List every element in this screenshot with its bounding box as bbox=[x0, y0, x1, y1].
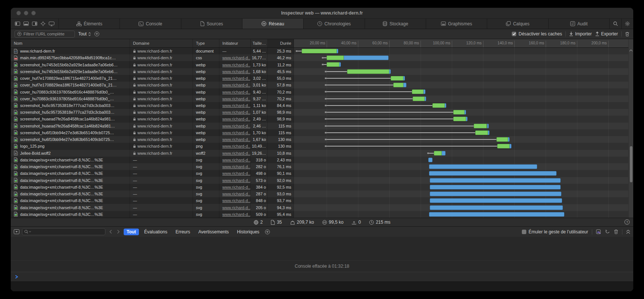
export-button[interactable]: Exporter bbox=[595, 31, 618, 37]
tab-sources[interactable]: Sources bbox=[181, 19, 242, 29]
initiator-link[interactable]: www.richard-d… bbox=[222, 158, 251, 162]
clear-network-items-button[interactable] bbox=[625, 32, 629, 37]
network-row[interactable]: data:image/svg+xml;charset=utf-8,%3C…%3E… bbox=[11, 170, 294, 177]
console-filter-options-button[interactable] bbox=[265, 229, 270, 235]
scroll-up-icon[interactable] bbox=[629, 49, 633, 52]
initiator-link[interactable]: www.richard-d… bbox=[222, 110, 251, 114]
vertical-scrollbar[interactable] bbox=[628, 39, 633, 218]
tab-timelines[interactable]: Chronologies bbox=[304, 19, 365, 29]
network-row[interactable]: cover_hu70883c936197805bd916c4488876d0b0… bbox=[11, 88, 294, 95]
dock-left-icon[interactable] bbox=[15, 22, 20, 26]
initiator-link[interactable]: www.richard-d… bbox=[222, 205, 251, 210]
initiator-link[interactable]: www.richard-d… bbox=[222, 83, 251, 87]
initiator-link[interactable]: www.richard-d… bbox=[222, 212, 251, 217]
device-settings-icon[interactable] bbox=[49, 22, 54, 26]
network-row[interactable]: www.richard-dern.frwww.richard-dern.frdo… bbox=[11, 48, 294, 54]
network-row[interactable]: screenshot_huaead7fe26a8458fcac1a46b824a… bbox=[11, 123, 294, 129]
initiator-link[interactable]: www.richard-d… bbox=[222, 76, 251, 81]
network-row[interactable]: data:image/svg+xml;charset=utf-8,%3C…%3E… bbox=[11, 177, 294, 183]
clear-console-button[interactable] bbox=[614, 229, 618, 234]
network-row[interactable]: screenshot_hu5c957353818e777ca27d3c3cba0… bbox=[11, 109, 294, 116]
column-header-domain[interactable]: Domaine bbox=[130, 39, 193, 47]
network-row[interactable]: AJellee-Bold.woff2www.richard-dern.frwof… bbox=[11, 150, 294, 157]
tab-console[interactable]: Console bbox=[120, 19, 181, 29]
network-row[interactable]: data:image/svg+xml;charset=utf-8,%3C…%3E… bbox=[11, 163, 294, 170]
minimize-window-button[interactable] bbox=[24, 11, 28, 15]
element-picker-icon[interactable] bbox=[41, 21, 45, 26]
initiator-link[interactable]: www.richard-d… bbox=[222, 144, 251, 148]
console-prompt[interactable] bbox=[11, 272, 633, 281]
console-filter-évaluations[interactable]: Évaluations bbox=[141, 229, 170, 235]
initiator-link[interactable]: www.richard-d… bbox=[222, 56, 251, 60]
dock-right-icon[interactable] bbox=[32, 22, 37, 26]
tab-graphics[interactable]: Graphismes bbox=[426, 19, 487, 29]
initiator-link[interactable]: www.richard-d… bbox=[222, 90, 251, 94]
initiator-link[interactable]: www.richard-d… bbox=[222, 130, 251, 135]
help-button[interactable]: ? bbox=[624, 219, 630, 225]
network-row[interactable]: data:image/svg+xml;charset=utf-8,%3C…%3E… bbox=[11, 204, 294, 211]
tab-storage[interactable]: Stockage bbox=[365, 19, 426, 29]
column-header-initiator[interactable]: Initiateur bbox=[219, 39, 251, 47]
dock-bottom-icon[interactable] bbox=[23, 22, 29, 26]
next-result-button[interactable] bbox=[116, 230, 121, 234]
tab-audit[interactable]: Audit bbox=[549, 19, 610, 29]
network-row[interactable]: data:image/svg+xml;charset=utf-8,%3C…%3E… bbox=[11, 184, 294, 191]
filter-options-button[interactable] bbox=[94, 31, 99, 37]
initiator-link[interactable]: www.richard-d… bbox=[222, 69, 251, 74]
initiator-link[interactable]: www.richard-d… bbox=[222, 198, 251, 203]
initiator-link[interactable]: www.richard-d… bbox=[222, 124, 251, 128]
console-filter-historiques[interactable]: Historiques bbox=[234, 229, 262, 235]
disable-caches-checkbox[interactable]: Désactiver les caches bbox=[512, 31, 562, 37]
javascript-context-icon[interactable]: JS bbox=[596, 229, 601, 235]
console-filter-tout[interactable]: Tout bbox=[124, 229, 139, 235]
close-window-button[interactable] bbox=[16, 11, 21, 15]
initiator-link[interactable]: www.richard-d… bbox=[222, 103, 251, 108]
network-row[interactable]: screenshot_hu6f10bb94e27e3d63b651409cb07… bbox=[11, 129, 294, 136]
network-row[interactable]: logo_125.pngwww.richard-dern.frpngwww.ri… bbox=[11, 143, 294, 150]
column-header-duration[interactable]: Durée bbox=[268, 39, 294, 47]
console-filter-avertissements[interactable]: Avertissements bbox=[196, 229, 232, 235]
network-row[interactable]: screenshot_hu7453d15b6b2a929e1adaa8e7a06… bbox=[11, 61, 294, 68]
network-row[interactable]: screenshot_hu7453d15b6b2a929e1adaa8e7a06… bbox=[11, 68, 294, 75]
network-row[interactable]: cover_huf7e1708829ea18f6715e48271400e87a… bbox=[11, 82, 294, 88]
network-row[interactable]: data:image/svg+xml;charset=utf-8,%3C…%3E… bbox=[11, 157, 294, 163]
network-row[interactable]: cover_hu70883c936197805bd916c4488876d0b0… bbox=[11, 95, 294, 102]
network-row[interactable]: screenshot_huaead7fe26a8458fcac1a46b824a… bbox=[11, 116, 294, 122]
network-row[interactable]: cover_huf7e1708829ea18f6715e48271400e87a… bbox=[11, 75, 294, 82]
scrollbar-thumb[interactable] bbox=[630, 146, 632, 182]
initiator-link[interactable]: www.richard-d… bbox=[222, 137, 251, 142]
expand-console-icon[interactable] bbox=[626, 230, 630, 234]
url-filter-input[interactable]: Filtrer l’URL complète bbox=[15, 31, 75, 38]
zoom-window-button[interactable] bbox=[31, 11, 36, 15]
network-row[interactable]: screenshot_hu6f10bb94e27e3d63b651409cb07… bbox=[11, 136, 294, 143]
network-row[interactable]: cssmain.min.d9924575ec0bba420589a48d5190… bbox=[11, 54, 294, 61]
search-button[interactable] bbox=[610, 19, 622, 29]
console-filter-erreurs[interactable]: Erreurs bbox=[172, 229, 193, 235]
initiator-link[interactable]: www.richard-d… bbox=[222, 171, 251, 176]
console-search-input[interactable] bbox=[22, 228, 105, 235]
initiator-link[interactable]: www.richard-d… bbox=[222, 97, 251, 101]
resource-type-select[interactable]: Tout bbox=[78, 31, 91, 37]
tab-layers[interactable]: Calques bbox=[487, 19, 548, 29]
network-row[interactable]: data:image/svg+xml;charset=utf-8,%3C…%3E… bbox=[11, 191, 294, 197]
import-button[interactable]: Importer bbox=[569, 31, 592, 37]
network-row[interactable]: data:image/svg+xml;charset=utf-8,%3C…%3E… bbox=[11, 197, 294, 204]
initiator-link[interactable]: www.richard-d… bbox=[222, 192, 251, 196]
initiator-link[interactable]: www.richard-d… bbox=[222, 178, 251, 183]
column-header-type[interactable]: Type bbox=[193, 39, 219, 47]
emulate-user-gesture-checkbox[interactable]: Émuler le geste de l’utilisateur bbox=[522, 229, 588, 235]
initiator-link[interactable]: www.richard-d… bbox=[222, 164, 251, 169]
previous-result-button[interactable] bbox=[108, 230, 113, 234]
tab-network[interactable]: Réseau bbox=[242, 19, 304, 29]
network-row[interactable]: screenshot_hu5c957353818e777ca27d3c3cba0… bbox=[11, 102, 294, 109]
column-header-name[interactable]: Nom bbox=[11, 39, 130, 47]
initiator-link[interactable]: www.richard-d… bbox=[222, 63, 251, 67]
reload-icon[interactable] bbox=[605, 229, 610, 235]
column-header-size[interactable]: Taille… bbox=[251, 39, 268, 47]
network-row[interactable]: data:image/svg+xml;charset=utf-8,%3C…%3E… bbox=[11, 211, 294, 218]
tab-elements[interactable]: Éléments bbox=[59, 19, 120, 29]
settings-button[interactable] bbox=[622, 19, 633, 29]
initiator-link[interactable]: www.richard-d… bbox=[222, 117, 251, 121]
initiator-link[interactable]: www.richard-d… bbox=[222, 151, 251, 155]
initiator-link[interactable]: www.richard-d… bbox=[222, 185, 251, 189]
